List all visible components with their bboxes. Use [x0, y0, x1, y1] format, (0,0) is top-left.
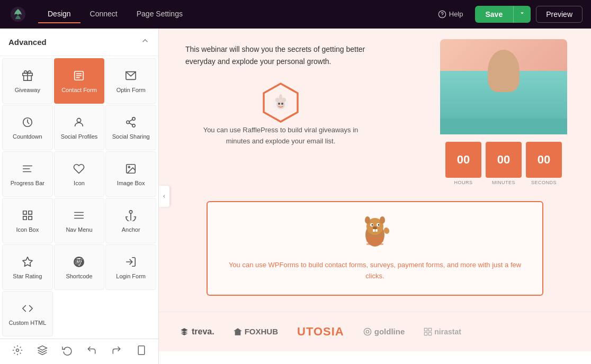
svg-rect-64: [429, 332, 432, 335]
widget-social-profiles-label: Social Profiles: [61, 133, 98, 140]
logo-treva: treva.: [180, 327, 214, 336]
widget-social-sharing[interactable]: Social Sharing: [105, 105, 156, 150]
widget-icon-label: Icon: [74, 179, 85, 187]
svg-rect-62: [429, 328, 432, 331]
save-button[interactable]: Save: [475, 6, 514, 23]
svg-rect-55: [366, 237, 383, 239]
widget-optin-form[interactable]: Optin Form: [105, 58, 156, 104]
countdown-seconds: 00 SECONDS: [526, 142, 562, 185]
sidebar-collapse-button[interactable]: [140, 36, 150, 48]
countdown-seconds-label: SECONDS: [531, 180, 557, 185]
countdown-widget: 00 HOURS 00 MINUTES 00 SECO: [445, 142, 562, 185]
svg-marker-34: [38, 346, 47, 350]
bars-icon: [22, 163, 33, 176]
tab-page-settings[interactable]: Page Settings: [127, 5, 192, 23]
share-icon: [125, 116, 137, 130]
widget-image-box[interactable]: Image Box: [105, 151, 156, 197]
preview-button[interactable]: Preview: [536, 6, 583, 23]
widget-custom-html[interactable]: Custom HTML: [2, 291, 53, 336]
canvas-area: This webinar will show you the secrets o…: [159, 29, 591, 364]
settings-toolbar-icon[interactable]: [8, 341, 27, 362]
widget-progress-bar[interactable]: Progress Bar: [2, 151, 53, 197]
webinar-headline: This webinar will show you the secrets o…: [185, 43, 376, 68]
svg-rect-57: [366, 243, 383, 245]
svg-rect-22: [29, 211, 32, 214]
menu-icon: [73, 210, 85, 223]
form-icon: [73, 70, 85, 83]
countdown-hours-label: HOURS: [454, 180, 472, 185]
logo-utosia: UTOSIA: [297, 325, 344, 339]
undo-toolbar-icon[interactable]: [82, 341, 101, 362]
learn-section: Learn My Top 3 Secrets to Improving Your…: [159, 351, 591, 364]
widget-contact-form-label: Contact Form: [61, 86, 97, 94]
svg-line-14: [129, 123, 132, 125]
redo-toolbar-icon[interactable]: [107, 341, 126, 362]
widget-icon[interactable]: Icon: [54, 151, 105, 197]
countdown-minutes-label: MINUTES: [492, 180, 515, 185]
layers-toolbar-icon[interactable]: [33, 341, 52, 362]
wpforms-section: You can use WPForms to build contact for…: [159, 196, 591, 312]
widget-anchor[interactable]: Anchor: [105, 198, 156, 243]
save-button-group: Save: [475, 6, 531, 23]
svg-point-0: [438, 11, 445, 17]
nav-tabs: Design Connect Page Settings: [38, 5, 432, 23]
svg-point-33: [16, 349, 19, 352]
widget-icon-box[interactable]: Icon Box: [2, 198, 53, 243]
logo-foxhub: FOXHUB: [234, 327, 278, 336]
raffle-description: You can use RafflePress to build viral g…: [196, 125, 365, 147]
svg-point-60: [366, 330, 369, 333]
help-label: Help: [449, 10, 463, 18]
clock-icon: [22, 116, 33, 130]
svg-rect-52: [375, 229, 378, 232]
svg-point-28: [129, 211, 132, 214]
tab-connect[interactable]: Connect: [80, 5, 127, 23]
logos-section: treva. FOXHUB UTOSIA goldline nirastat: [159, 312, 591, 351]
save-dropdown-button[interactable]: [513, 6, 531, 23]
widget-image-box-label: Image Box: [117, 179, 145, 187]
countdown-hours-block: 00: [445, 142, 481, 178]
widget-anchor-label: Anchor: [122, 226, 140, 233]
history-toolbar-icon[interactable]: [58, 341, 77, 362]
top-navigation: Design Connect Page Settings Help Save P…: [0, 0, 591, 29]
star-icon: [22, 256, 33, 269]
svg-line-15: [129, 120, 132, 122]
svg-rect-56: [366, 240, 383, 242]
app-logo[interactable]: [8, 5, 28, 24]
grid-icon: [22, 210, 33, 223]
help-button[interactable]: Help: [432, 7, 470, 22]
sidebar-collapse-handle[interactable]: [159, 186, 169, 207]
webinar-section: This webinar will show you the secrets o…: [159, 29, 591, 196]
mobile-toolbar-icon[interactable]: [132, 341, 151, 362]
tab-design[interactable]: Design: [38, 5, 80, 23]
svg-rect-61: [425, 328, 427, 331]
widget-giveaway[interactable]: Giveaway: [2, 58, 53, 104]
email-icon: [125, 70, 137, 83]
svg-point-48: [372, 224, 373, 226]
person-image: [440, 39, 567, 134]
svg-rect-35: [138, 346, 145, 355]
svg-point-10: [77, 119, 81, 122]
widget-shortcode[interactable]: Shortcode: [54, 244, 105, 290]
widget-login-form[interactable]: Login Form: [105, 244, 156, 290]
sidebar-header: Advanced: [0, 29, 158, 56]
logo-goldline: goldline: [363, 327, 405, 336]
widget-nav-menu-label: Nav Menu: [66, 226, 92, 233]
login-icon: [125, 256, 137, 269]
wpforms-description: You can use WPForms to build contact for…: [223, 259, 526, 282]
svg-point-43: [279, 94, 282, 101]
widget-social-profiles[interactable]: Social Profiles: [54, 105, 105, 150]
wordpress-icon: [73, 256, 85, 269]
countdown-minutes-block: 00: [486, 142, 522, 178]
bottom-toolbar: [0, 339, 159, 364]
heart-icon: [73, 163, 85, 176]
svg-point-59: [364, 328, 371, 335]
sidebar: Advanced Giveaway: [0, 29, 159, 364]
widget-countdown[interactable]: Countdown: [2, 105, 53, 150]
widget-nav-menu[interactable]: Nav Menu: [54, 198, 105, 243]
sidebar-title: Advanced: [8, 38, 47, 47]
countdown-minutes: 00 MINUTES: [486, 142, 522, 185]
widget-star-rating[interactable]: Star Rating: [2, 244, 53, 290]
svg-marker-30: [23, 257, 32, 266]
widget-contact-form[interactable]: Contact Form: [54, 58, 105, 104]
widget-star-rating-label: Star Rating: [13, 272, 42, 280]
